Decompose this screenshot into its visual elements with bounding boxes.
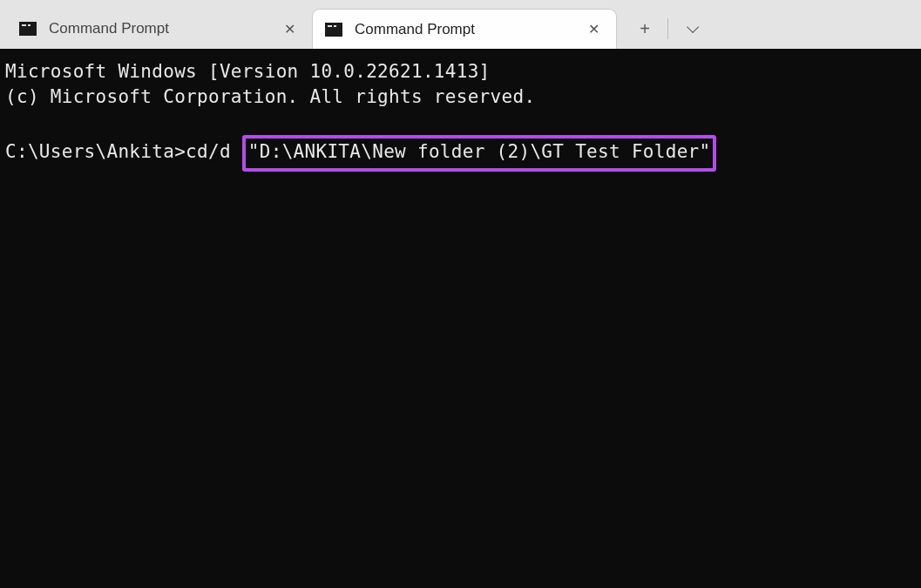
command-text: cd/d xyxy=(186,141,242,162)
terminal-line: Microsoft Windows [Version 10.0.22621.14… xyxy=(5,61,491,82)
close-tab-button[interactable]: ✕ xyxy=(583,19,604,40)
terminal-output[interactable]: Microsoft Windows [Version 10.0.22621.14… xyxy=(0,49,921,588)
close-tab-button[interactable]: ✕ xyxy=(279,18,300,39)
chevron-down-icon xyxy=(687,21,699,33)
terminal-icon xyxy=(19,22,37,36)
highlighted-path: "D:\ANKITA\New folder (2)\GT Test Folder… xyxy=(242,135,717,172)
plus-icon: + xyxy=(640,19,650,39)
terminal-line: (c) Microsoft Corporation. All rights re… xyxy=(5,86,535,107)
tab-active[interactable]: Command Prompt ✕ xyxy=(312,9,617,49)
tab-title: Command Prompt xyxy=(49,20,272,37)
terminal-prompt: C:\Users\Ankita> xyxy=(5,141,186,162)
tab-actions: + xyxy=(626,9,710,49)
divider xyxy=(667,18,668,39)
terminal-icon xyxy=(325,23,342,37)
tab-title: Command Prompt xyxy=(355,21,576,38)
tab-inactive[interactable]: Command Prompt ✕ xyxy=(7,9,312,49)
close-icon: ✕ xyxy=(284,21,295,37)
tab-bar: Command Prompt ✕ Command Prompt ✕ + xyxy=(0,0,921,49)
tab-dropdown-button[interactable] xyxy=(672,11,710,46)
close-icon: ✕ xyxy=(588,21,599,37)
new-tab-button[interactable]: + xyxy=(626,11,664,46)
